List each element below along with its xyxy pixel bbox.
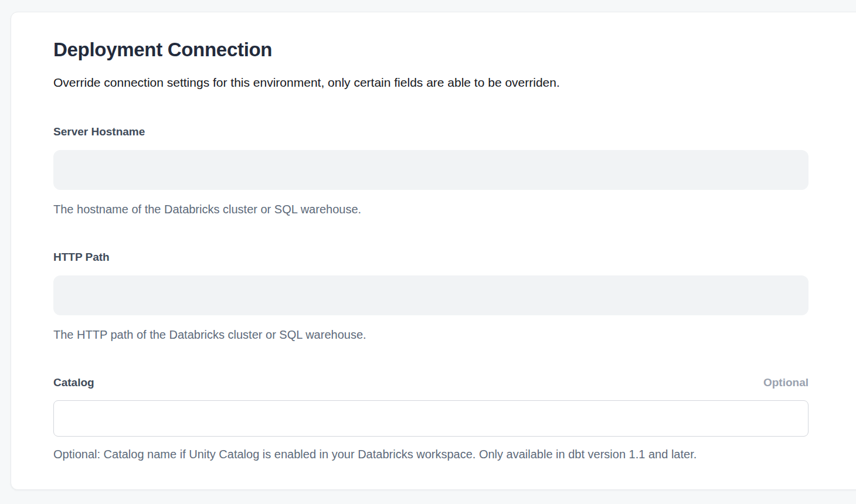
server-hostname-label: Server Hostname: [53, 125, 145, 139]
catalog-help: Optional: Catalog name if Unity Catalog …: [53, 448, 809, 461]
http-path-label: HTTP Path: [53, 250, 110, 264]
catalog-label: Catalog: [53, 376, 94, 390]
catalog-optional-flag: Optional: [763, 376, 809, 390]
page-title: Deployment Connection: [53, 39, 809, 60]
deployment-connection-card: Deployment Connection Override connectio…: [11, 12, 856, 490]
http-path-help: The HTTP path of the Databricks cluster …: [53, 328, 809, 342]
catalog-input[interactable]: [53, 400, 809, 437]
server-hostname-help: The hostname of the Databricks cluster o…: [53, 203, 809, 216]
page-subtitle: Override connection settings for this en…: [53, 74, 809, 90]
card-content: Deployment Connection Override connectio…: [11, 12, 809, 461]
catalog-label-row: Catalog Optional: [53, 376, 809, 390]
field-group-server-hostname: Server Hostname The hostname of the Data…: [53, 125, 809, 216]
server-hostname-label-row: Server Hostname: [53, 125, 809, 139]
http-path-input: [53, 275, 809, 315]
http-path-label-row: HTTP Path: [53, 250, 809, 264]
field-group-catalog: Catalog Optional Optional: Catalog name …: [53, 376, 809, 461]
field-group-http-path: HTTP Path The HTTP path of the Databrick…: [53, 250, 809, 342]
server-hostname-input: [53, 150, 809, 190]
